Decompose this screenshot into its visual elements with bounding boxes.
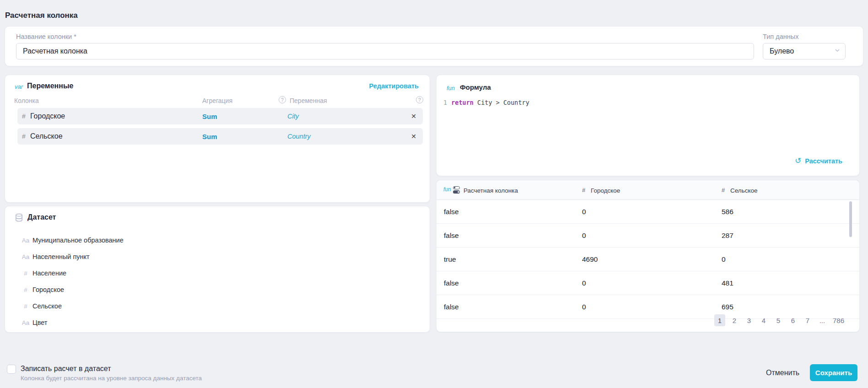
aggregation-value[interactable]: Sum <box>202 133 217 140</box>
page-button-2[interactable]: 2 <box>729 314 740 326</box>
gorodskoe-value: 4690 <box>582 255 598 264</box>
page-button-3[interactable]: 3 <box>744 314 755 326</box>
gorodskoe-column-header: Городское <box>591 187 620 194</box>
write-to-dataset-checkbox[interactable] <box>7 365 16 374</box>
number-type-icon: # <box>20 270 31 277</box>
data-type-value: Булево <box>770 47 794 55</box>
edit-variables-button[interactable]: Редактировать <box>369 82 419 90</box>
calc-value: true <box>444 255 456 264</box>
variable-name[interactable]: City <box>287 113 299 120</box>
variable-row: # Сельское Sum Country ✕ <box>17 128 423 145</box>
preview-table-panel: fun Расчетная колонка # Городское # Сель… <box>436 180 860 332</box>
line-number: 1 <box>443 99 447 106</box>
dataset-title: Датасет <box>27 213 56 221</box>
page-button-4[interactable]: 4 <box>758 314 769 326</box>
code-expression <box>474 99 477 106</box>
formula-title: Формула <box>460 83 491 91</box>
dataset-field[interactable]: Aa Населенный пункт <box>5 250 430 264</box>
table-row: false 0 586 <box>437 200 859 224</box>
number-type-icon: # <box>20 286 31 293</box>
dataset-field-name: Население <box>32 269 66 277</box>
dataset-field-name: Цвет <box>32 319 48 326</box>
formula-panel: fun Формула 1return City > Country ↺ Рас… <box>436 75 860 176</box>
dataset-field[interactable]: Aa Муниципальное образование <box>5 233 430 247</box>
preview-table-header: fun Расчетная колонка # Городское # Сель… <box>437 180 859 200</box>
column-name-label: Название колонки * <box>16 33 76 40</box>
gorodskoe-value: 0 <box>582 303 586 311</box>
pagination: 1 2 3 4 5 6 7 ... 786 <box>714 314 846 326</box>
boolean-type-icon <box>453 186 460 194</box>
fun-tag-icon: fun <box>447 85 455 92</box>
dataset-field[interactable]: # Население <box>5 266 430 280</box>
write-to-dataset-hint: Колонка будет рассчитана на уровне запро… <box>21 375 202 382</box>
gorodskoe-value: 0 <box>582 232 586 240</box>
text-type-icon: Aa <box>20 237 31 244</box>
variables-panel: var Переменные Редактировать Колонка Агр… <box>5 75 430 203</box>
number-type-icon: # <box>582 187 585 194</box>
table-row: false 0 481 <box>437 271 859 295</box>
page-button-5[interactable]: 5 <box>773 314 784 326</box>
variables-title: Переменные <box>27 82 73 90</box>
refresh-icon: ↺ <box>795 157 801 165</box>
selskoe-value: 287 <box>722 232 733 240</box>
column-name-input[interactable] <box>16 43 754 59</box>
gorodskoe-value: 0 <box>582 208 586 216</box>
number-type-icon: # <box>22 113 26 120</box>
table-row: false 0 287 <box>437 224 859 248</box>
save-button[interactable]: Сохранить <box>810 364 857 381</box>
var-tag-icon: var <box>15 83 23 90</box>
text-type-icon: Aa <box>20 319 31 326</box>
calc-value: false <box>444 303 459 311</box>
database-icon <box>15 213 23 224</box>
column-header-variable: Переменная <box>290 97 327 104</box>
dataset-panel: Датасет Aa Муниципальное образование Aa … <box>5 206 430 333</box>
data-type-label: Тип данных <box>763 33 798 40</box>
selskoe-column-header: Сельское <box>730 187 758 194</box>
variable-column-name: Городское <box>30 112 65 120</box>
number-type-icon: # <box>20 303 31 310</box>
gorodskoe-value: 0 <box>582 279 586 287</box>
dataset-field-name: Населенный пункт <box>32 253 90 260</box>
table-scrollbar[interactable] <box>849 201 852 237</box>
variable-name[interactable]: Country <box>287 133 311 140</box>
text-type-icon: Aa <box>20 253 31 260</box>
selskoe-value: 695 <box>722 303 733 311</box>
calc-column-header: Расчетная колонка <box>464 187 518 194</box>
fun-tag-icon: fun <box>443 186 451 193</box>
number-type-icon: # <box>722 187 725 194</box>
column-header-aggregation: Агрегация <box>202 97 232 104</box>
aggregation-value[interactable]: Sum <box>202 113 217 120</box>
calc-value: false <box>444 232 459 240</box>
dataset-field[interactable]: Aa Цвет <box>5 316 430 329</box>
variable-row: # Городское Sum City ✕ <box>17 108 423 124</box>
remove-variable-icon[interactable]: ✕ <box>411 113 416 120</box>
cancel-button[interactable]: Отменить <box>762 367 803 379</box>
dataset-field[interactable]: # Сельское <box>5 299 430 313</box>
selskoe-value: 481 <box>722 279 733 287</box>
dataset-field-name: Сельское <box>32 302 62 310</box>
write-to-dataset-label: Записать расчет в датасет <box>21 365 111 373</box>
page-button-1[interactable]: 1 <box>714 314 725 326</box>
page-button-6[interactable]: 6 <box>787 314 798 326</box>
column-header-column: Колонка <box>14 97 39 104</box>
variable-help-icon[interactable]: ? <box>279 96 286 103</box>
dataset-field-name: Городское <box>32 286 64 293</box>
number-type-icon: # <box>22 133 26 140</box>
data-type-select[interactable]: Булево <box>763 43 846 59</box>
row-help-icon[interactable]: ? <box>416 96 423 103</box>
variable-column-name: Сельское <box>30 132 63 140</box>
remove-variable-icon[interactable]: ✕ <box>411 133 416 140</box>
calculate-button[interactable]: ↺ Рассчитать <box>795 157 842 165</box>
table-row: true 4690 0 <box>437 248 859 271</box>
page-title: Расчетная колонка <box>5 11 78 20</box>
code-keyword: return <box>451 99 474 106</box>
page-button-7[interactable]: 7 <box>802 314 813 326</box>
column-settings-card: Название колонки * Тип данных Булево <box>5 26 863 66</box>
calc-value: false <box>444 208 459 216</box>
calc-value: false <box>444 279 459 287</box>
formula-code-editor[interactable]: 1return City > Country <box>443 99 529 106</box>
pagination-ellipsis: ... <box>817 314 828 326</box>
page-button-last[interactable]: 786 <box>831 314 846 326</box>
dataset-field[interactable]: # Городское <box>5 283 430 296</box>
dataset-field-name: Муниципальное образование <box>32 237 124 244</box>
